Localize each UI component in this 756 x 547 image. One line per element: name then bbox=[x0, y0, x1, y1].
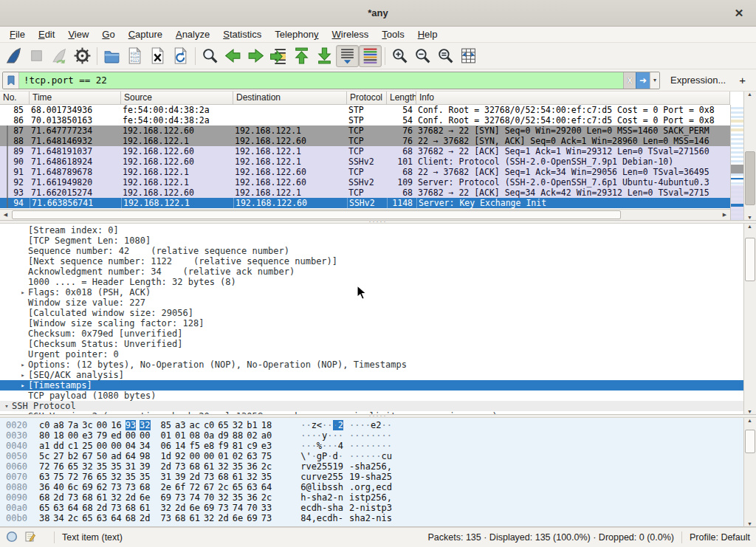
scroll-down-icon[interactable]: ▼ bbox=[744, 409, 755, 414]
save-file-icon[interactable]: 010101100113 bbox=[123, 45, 146, 67]
detail-row[interactable]: [Stream index: 0] bbox=[0, 225, 743, 235]
expander-icon[interactable]: ▸ bbox=[18, 359, 28, 370]
menu-statistics[interactable]: Statistics bbox=[216, 27, 268, 41]
detail-row[interactable]: [Calculated window size: 29056] bbox=[0, 308, 743, 318]
packet-row[interactable]: 9071.648618924192.168.122.60192.168.122.… bbox=[0, 156, 730, 167]
detail-row[interactable]: ▸Options: (12 bytes), No-Operation (NOP)… bbox=[0, 359, 743, 370]
column-header-length[interactable]: Length bbox=[387, 92, 416, 104]
scroll-down-icon[interactable]: ▼ bbox=[744, 215, 755, 220]
hex-row[interactable]: 0070637572766532353531392d7368613235curv… bbox=[0, 472, 743, 482]
packet-row[interactable]: 8568.001734936fe:54:00:d4:38:2aSTP54Conf… bbox=[0, 105, 730, 115]
detail-row[interactable]: ▸[SEQ/ACK analysis] bbox=[0, 370, 743, 380]
packet-row[interactable]: 8971.648191037192.168.122.60192.168.122.… bbox=[0, 146, 730, 156]
detail-row[interactable]: [Checksum Status: Unverified] bbox=[0, 339, 743, 349]
hex-row[interactable]: 00a0656364682d736861322d6e6973747033ecdh… bbox=[0, 503, 743, 513]
detail-row[interactable]: Urgent pointer: 0 bbox=[0, 349, 743, 359]
hex-row[interactable]: 0020c0a87a3c0016933285a3acc06532b118··z<… bbox=[0, 420, 743, 430]
packet-row[interactable]: 8871.648146932192.168.122.1192.168.122.6… bbox=[0, 136, 730, 146]
filter-history-caret-icon[interactable]: ▾ bbox=[650, 72, 659, 89]
close-window-icon[interactable]: ✕ bbox=[729, 0, 749, 27]
menu-file[interactable]: File bbox=[3, 27, 32, 41]
go-last-icon[interactable] bbox=[313, 45, 336, 67]
menu-go[interactable]: Go bbox=[95, 27, 121, 41]
expander-icon[interactable]: ▸ bbox=[18, 380, 28, 391]
menu-edit[interactable]: Edit bbox=[32, 27, 61, 41]
go-first-icon[interactable] bbox=[290, 45, 313, 67]
detail-row[interactable]: TCP payload (1080 bytes) bbox=[0, 391, 743, 401]
vscroll-thumb[interactable] bbox=[745, 151, 755, 206]
expert-info-icon[interactable] bbox=[6, 531, 18, 545]
menu-help[interactable]: Help bbox=[411, 27, 444, 41]
packet-list-hscrollbar[interactable]: ◀ ▶ bbox=[0, 209, 730, 220]
capture-options-icon[interactable] bbox=[71, 45, 94, 67]
column-header-protocol[interactable]: Protocol bbox=[347, 92, 387, 104]
detail-row[interactable]: [Window size scaling factor: 128] bbox=[0, 318, 743, 328]
expression-button[interactable]: Expression... bbox=[666, 75, 730, 86]
scroll-up-icon[interactable]: ▲ bbox=[744, 92, 755, 97]
go-back-icon[interactable] bbox=[221, 45, 244, 67]
hex-row[interactable]: 0030801800e379ed00000101080ad98802a0····… bbox=[0, 430, 743, 441]
column-header-info[interactable]: Info bbox=[416, 92, 730, 104]
detail-row[interactable]: ▸[Timestamps] bbox=[0, 380, 743, 391]
find-packet-icon[interactable] bbox=[199, 45, 221, 67]
detail-row[interactable]: ▸Flags: 0x018 (PSH, ACK) bbox=[0, 287, 743, 297]
colorize-icon[interactable] bbox=[359, 45, 382, 67]
detail-row[interactable]: Window size value: 227 bbox=[0, 297, 743, 308]
packet-row[interactable]: 9171.648789678192.168.122.1192.168.122.6… bbox=[0, 167, 730, 177]
expander-icon[interactable]: ▾ bbox=[1, 401, 12, 411]
go-forward-icon[interactable] bbox=[244, 45, 267, 67]
filter-clear-icon[interactable]: X bbox=[623, 72, 636, 89]
filter-bookmark-icon[interactable] bbox=[3, 72, 19, 89]
packet-list-minimap[interactable] bbox=[730, 105, 743, 220]
scroll-up-icon[interactable]: ▲ bbox=[744, 418, 755, 423]
column-header-time[interactable]: Time bbox=[30, 92, 121, 104]
zoom-100-icon[interactable] bbox=[434, 45, 457, 67]
bytes-vscrollbar[interactable]: ▲ ▼ bbox=[743, 418, 756, 526]
column-header-destination[interactable]: Destination bbox=[233, 92, 347, 104]
auto-scroll-icon[interactable] bbox=[336, 45, 359, 67]
menu-view[interactable]: View bbox=[61, 27, 95, 41]
scroll-down-icon[interactable]: ▼ bbox=[744, 521, 755, 526]
detail-row[interactable]: Acknowledgment number: 34 (relative ack … bbox=[0, 266, 743, 277]
hscroll-thumb[interactable] bbox=[12, 210, 621, 219]
menu-capture[interactable]: Capture bbox=[122, 27, 169, 41]
packet-row[interactable]: 8771.647777234192.168.122.60192.168.122.… bbox=[0, 125, 730, 136]
expander-icon[interactable]: ▸ bbox=[18, 411, 28, 414]
scroll-up-icon[interactable]: ▲ bbox=[744, 224, 755, 229]
go-to-packet-icon[interactable] bbox=[267, 45, 290, 67]
hex-row[interactable]: 0090682d736861322d6e697374703235362ch-sh… bbox=[0, 492, 743, 503]
close-file-icon[interactable] bbox=[146, 45, 169, 67]
scroll-left-icon[interactable]: ◀ bbox=[0, 210, 11, 220]
display-filter-input[interactable] bbox=[19, 72, 623, 89]
packet-row[interactable]: 8670.013850163fe:54:00:d4:38:2aSTP54Conf… bbox=[0, 115, 730, 125]
zoom-in-icon[interactable] bbox=[388, 45, 411, 67]
hex-row[interactable]: 0040a1ddc125000004340614f5e8f981c9e3···%… bbox=[0, 441, 743, 451]
resize-columns-icon[interactable] bbox=[457, 45, 480, 67]
detail-row[interactable]: 1000 .... = Header Length: 32 bytes (8) bbox=[0, 277, 743, 287]
hex-row[interactable]: 00b038342c656364682d736861322d6e697384,e… bbox=[0, 513, 743, 523]
packet-row[interactable]: 9471.663856741192.168.122.1192.168.122.6… bbox=[0, 198, 730, 208]
menu-wireless[interactable]: Wireless bbox=[326, 27, 376, 41]
capture-comment-icon[interactable] bbox=[24, 531, 36, 545]
detail-row[interactable]: ▾SSH Protocol bbox=[0, 401, 743, 411]
packet-row[interactable]: 9271.661949820192.168.122.1192.168.122.6… bbox=[0, 177, 730, 188]
packet-list-vscrollbar[interactable]: ▲ ▼ bbox=[743, 92, 756, 220]
detail-row[interactable]: Checksum: 0x79ed [unverified] bbox=[0, 328, 743, 339]
column-header-no[interactable]: No. bbox=[0, 92, 30, 104]
menu-telephony[interactable]: Telephony bbox=[268, 27, 325, 41]
hex-row[interactable]: 006072766532353531392d7368613235362crve2… bbox=[0, 461, 743, 472]
reload-file-icon[interactable] bbox=[169, 45, 192, 67]
detail-row[interactable]: Sequence number: 42 (relative sequence n… bbox=[0, 246, 743, 256]
filter-apply-icon[interactable]: ➜ bbox=[636, 72, 650, 89]
menu-analyze[interactable]: Analyze bbox=[169, 27, 216, 41]
scroll-right-icon[interactable]: ▶ bbox=[719, 210, 730, 220]
packet-row[interactable]: 9371.662015274192.168.122.60192.168.122.… bbox=[0, 188, 730, 198]
expander-icon[interactable]: ▸ bbox=[18, 287, 28, 297]
expander-icon[interactable]: ▸ bbox=[18, 370, 28, 380]
start-capture-icon[interactable] bbox=[2, 45, 25, 67]
detail-row[interactable]: [TCP Segment Len: 1080] bbox=[0, 235, 743, 246]
vscroll-thumb[interactable] bbox=[745, 430, 755, 453]
vscroll-thumb[interactable] bbox=[745, 238, 755, 281]
status-profile[interactable]: Profile: Default bbox=[690, 532, 750, 543]
column-header-source[interactable]: Source bbox=[121, 92, 233, 104]
